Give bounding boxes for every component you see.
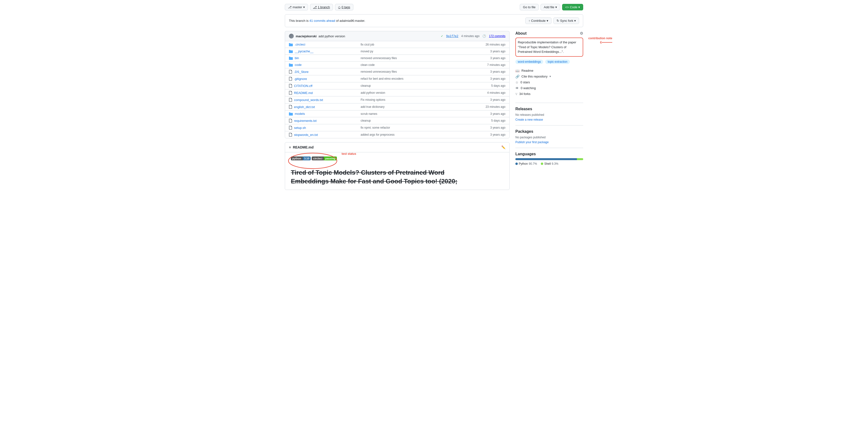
packages-title: Packages bbox=[516, 129, 583, 134]
stars-stat: ☆ 0 stars bbox=[516, 80, 583, 85]
book-icon: 📖 bbox=[516, 69, 520, 73]
file-link[interactable]: english_dict.txt bbox=[294, 105, 315, 109]
python-lang-dot bbox=[516, 162, 518, 165]
file-commit-msg: clean code bbox=[361, 63, 468, 67]
watching-link[interactable]: 0 watching bbox=[521, 86, 536, 90]
branch-name: master bbox=[292, 5, 302, 9]
commits-count-link[interactable]: 172 commits bbox=[489, 34, 505, 38]
branches-link[interactable]: ⎇ 1 branch bbox=[310, 4, 333, 10]
commit-message: add python version bbox=[318, 34, 345, 38]
table-row: stopwords_en.txt added args for preproce… bbox=[285, 131, 509, 138]
about-title: About bbox=[516, 31, 527, 36]
file-icon bbox=[289, 70, 292, 73]
watching-stat: 👁 0 watching bbox=[516, 85, 583, 91]
shell-lang-percent: 9.3% bbox=[552, 162, 558, 166]
file-name: bin bbox=[289, 56, 357, 60]
forks-stat: ⑂ 34 forks bbox=[516, 91, 583, 97]
goto-file-button[interactable]: Go to file bbox=[520, 4, 538, 10]
file-name: compound_words.txt bbox=[289, 98, 357, 102]
packages-section: Packages No packages published Publish y… bbox=[516, 129, 583, 144]
chevron-down-icon: ▾ bbox=[555, 5, 557, 9]
file-commit-msg: cleanup bbox=[361, 84, 468, 87]
file-name: models bbox=[289, 112, 357, 116]
edit-icon[interactable]: ✏️ bbox=[501, 145, 505, 149]
python-lang-bar bbox=[516, 158, 577, 160]
file-link[interactable]: .circleci bbox=[295, 42, 305, 46]
notice-suffix: of adalmia96:master. bbox=[336, 19, 365, 23]
clock-icon: 🕐 bbox=[483, 34, 486, 38]
publish-package-link[interactable]: Publish your first package bbox=[516, 141, 549, 144]
about-description: Reproducible implementation of the paper… bbox=[516, 37, 583, 57]
file-commit-msg: refact for bert and elmo encoders bbox=[361, 77, 468, 81]
readme-header-title: ≡ README.md bbox=[289, 145, 314, 149]
about-section: About ⚙ Reproducible implementation of t… bbox=[516, 31, 583, 97]
code-button[interactable]: <> Code ▾ bbox=[562, 4, 583, 10]
file-link[interactable]: compound_words.txt bbox=[294, 98, 323, 102]
divider-3 bbox=[516, 148, 583, 148]
readme-link[interactable]: 📖 Readme bbox=[516, 68, 583, 73]
badges-container: python 3.10 circleci passing bbox=[291, 156, 337, 160]
table-row: CITATION.cff cleanup 5 days ago bbox=[285, 82, 509, 89]
file-link[interactable]: __pycache__ bbox=[295, 50, 313, 53]
contribute-button[interactable]: ↑ Contribute ▾ bbox=[525, 18, 551, 24]
check-icon: ✓ bbox=[441, 34, 443, 38]
badges-wrapper: python 3.10 circleci passing bbox=[291, 156, 337, 164]
eye-icon: 👁 bbox=[516, 86, 519, 90]
branch-selector[interactable]: ⎇ master ▾ bbox=[285, 4, 308, 10]
table-row: .circleci fix cicd job 26 minutes ago bbox=[285, 41, 509, 48]
commit-hash-link[interactable]: 9a1f7e2 bbox=[446, 34, 459, 38]
file-link[interactable]: requirements.txt bbox=[294, 119, 316, 123]
table-row: setup.sh fix npmi; some refactor 3 years… bbox=[285, 124, 509, 131]
topic-tag-word-embeddings[interactable]: word-embeddings bbox=[516, 60, 543, 64]
add-file-button[interactable]: Add file ▾ bbox=[540, 4, 560, 10]
about-desc-wrapper: Reproducible implementation of the paper… bbox=[516, 37, 583, 60]
file-link[interactable]: README.md bbox=[294, 91, 313, 95]
contribution-note-annotation: contribution note bbox=[588, 37, 612, 40]
chevron-down-icon: ▾ bbox=[550, 75, 551, 78]
chevron-down-icon: ▾ bbox=[578, 5, 580, 9]
language-bar bbox=[516, 158, 583, 160]
sync-fork-button[interactable]: ↻ Sync fork ▾ bbox=[553, 18, 579, 24]
tags-link[interactable]: ◇ 0 tags bbox=[335, 4, 353, 10]
file-time: 3 years ago bbox=[471, 98, 505, 101]
cite-link[interactable]: 🔗 Cite this repository ▾ bbox=[516, 73, 583, 80]
contribution-arrow bbox=[600, 40, 615, 45]
avatar bbox=[289, 34, 294, 38]
file-link[interactable]: setup.sh bbox=[294, 126, 306, 129]
file-icon bbox=[289, 91, 292, 95]
file-link[interactable]: models bbox=[295, 112, 305, 116]
file-link[interactable]: CITATION.cff bbox=[294, 84, 312, 88]
file-link[interactable]: code bbox=[295, 63, 302, 67]
topic-tag-topic-extraction[interactable]: topic-extraction bbox=[545, 60, 569, 64]
contribute-label: Contribute bbox=[531, 19, 546, 23]
commits-ahead-link[interactable]: 41 commits ahead bbox=[310, 19, 335, 23]
file-name: setup.sh bbox=[289, 126, 357, 129]
file-name: english_dict.txt bbox=[289, 105, 357, 109]
file-link[interactable]: stopwords_en.txt bbox=[294, 133, 318, 137]
file-link[interactable]: .DS_Store bbox=[294, 70, 309, 73]
file-commit-msg: scrub names bbox=[361, 112, 468, 116]
file-time: 3 years ago bbox=[471, 50, 505, 53]
file-icon bbox=[289, 98, 292, 102]
shell-lang-bar bbox=[577, 158, 583, 160]
file-name: CITATION.cff bbox=[289, 84, 357, 88]
file-name: code bbox=[289, 63, 357, 67]
commit-bar-left: maciejskorski add python version bbox=[289, 34, 345, 38]
folder-icon bbox=[289, 43, 293, 46]
table-row: requirements.txt cleanup 5 days ago bbox=[285, 117, 509, 124]
file-name: .gitignore bbox=[289, 77, 357, 81]
sync-fork-label: Sync fork bbox=[560, 19, 573, 23]
file-icon bbox=[289, 119, 292, 123]
shell-lang-name: Shell bbox=[544, 162, 551, 166]
stars-link[interactable]: 0 stars bbox=[521, 81, 530, 84]
file-time: 23 minutes ago bbox=[471, 105, 505, 109]
file-link[interactable]: bin bbox=[295, 56, 299, 60]
chevron-down-icon: ▾ bbox=[547, 19, 548, 23]
commit-bar-right: ✓ 9a1f7e2 4 minutes ago 🕐 172 commits bbox=[441, 34, 505, 38]
forks-link[interactable]: 34 forks bbox=[519, 92, 530, 96]
file-name: __pycache__ bbox=[289, 50, 357, 53]
file-link[interactable]: .gitignore bbox=[294, 77, 307, 81]
create-release-link[interactable]: Create a new release bbox=[516, 118, 543, 121]
folder-icon bbox=[289, 56, 293, 60]
gear-icon[interactable]: ⚙ bbox=[580, 31, 583, 36]
